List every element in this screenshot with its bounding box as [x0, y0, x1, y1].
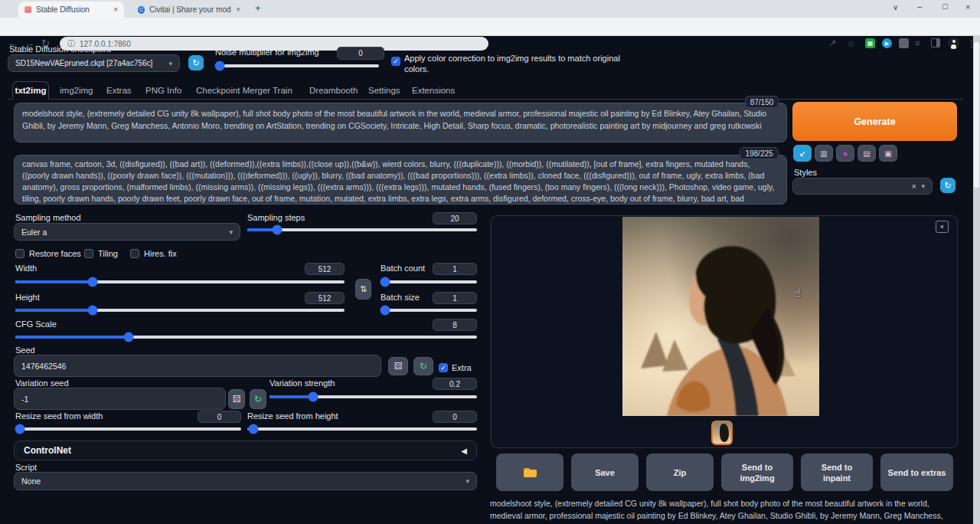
checkpoint-value: SD15NewVAEpruned.ckpt [27a4ac756c] — [15, 59, 152, 67]
sampling-steps-slider[interactable] — [247, 228, 477, 231]
random-variation-seed-button[interactable]: ⚄ — [228, 389, 245, 409]
extension-blue-icon[interactable]: ▶ — [882, 38, 892, 48]
window-chevron-icon[interactable]: ∨ — [893, 3, 898, 11]
variation-strength-value[interactable]: 0.2 — [433, 378, 477, 390]
batch-size-slider[interactable] — [381, 309, 477, 312]
send-to-inpaint-button[interactable]: Send to inpaint — [801, 454, 873, 491]
sampling-steps-value[interactable]: 20 — [433, 212, 477, 224]
sampling-method-label: Sampling method — [15, 213, 81, 222]
checkpoint-dropdown[interactable]: SD15NewVAEpruned.ckpt [27a4ac756c] ▾ — [8, 54, 180, 72]
tab-txt2img[interactable]: txt2img — [12, 81, 49, 100]
variation-strength-slider[interactable] — [270, 395, 477, 398]
negative-prompt-textarea[interactable]: canvas frame, cartoon, 3d, ((disfigured)… — [14, 155, 787, 205]
send-to-extras-button[interactable]: Send to extras — [880, 454, 953, 491]
cfg-scale-slider[interactable] — [15, 336, 477, 339]
profile-avatar[interactable] — [948, 38, 959, 49]
tiling-checkbox[interactable] — [84, 249, 93, 258]
hires-fix-checkbox[interactable] — [130, 249, 139, 258]
tab-settings[interactable]: Settings — [368, 86, 400, 95]
swap-dimensions-button[interactable]: ⇅ — [355, 279, 371, 300]
cfg-scale-value[interactable]: 8 — [433, 319, 477, 331]
browser-tab-stable-diffusion[interactable]: Stable Diffusion × — [18, 2, 124, 18]
window-restore-icon[interactable]: ▢ — [942, 2, 949, 10]
slider-knob[interactable] — [249, 424, 259, 434]
generation-info-text: modelshoot style, (extremely detailed CG… — [490, 498, 959, 524]
scrollbar-thumb[interactable] — [974, 42, 979, 188]
slider-knob[interactable] — [88, 277, 98, 287]
reuse-seed-button[interactable]: ↻ — [413, 357, 433, 375]
bookmark-star-icon[interactable]: ☆ — [847, 38, 855, 49]
batch-count-value[interactable]: 1 — [433, 263, 477, 275]
tab-extensions[interactable]: Extensions — [412, 86, 455, 95]
tab-close-icon[interactable]: × — [236, 5, 240, 14]
batch-size-value[interactable]: 1 — [433, 292, 477, 304]
window-close-icon[interactable]: × — [965, 2, 970, 11]
controlnet-accordion[interactable]: ControlNet ◀ — [14, 440, 477, 460]
tab-extras[interactable]: Extras — [106, 86, 132, 95]
prompt-textarea[interactable]: modelshoot style, (extremely detailed CG… — [14, 103, 787, 142]
sampling-method-dropdown[interactable]: Euler a ▾ — [14, 223, 240, 241]
open-folder-button[interactable] — [496, 454, 564, 491]
slider-knob[interactable] — [381, 277, 390, 287]
generated-image[interactable] — [622, 217, 819, 416]
tab-checkpoint-merger[interactable]: Checkpoint Merger — [196, 86, 270, 95]
slider-knob[interactable] — [308, 392, 318, 402]
color-correction-checkbox[interactable]: ✓ — [391, 57, 400, 66]
reading-list-icon[interactable]: ≡ — [915, 38, 920, 47]
resize-seed-height-value[interactable]: 0 — [433, 411, 477, 423]
side-panel-icon[interactable] — [931, 38, 940, 47]
restore-faces-checkbox[interactable] — [15, 249, 24, 258]
new-tab-button[interactable]: + — [255, 2, 261, 14]
page-scrollbar[interactable] — [973, 36, 980, 524]
clear-prompt-button[interactable]: ▥ — [815, 145, 833, 162]
width-slider[interactable] — [15, 280, 345, 283]
read-params-button[interactable]: ↙ — [793, 145, 812, 162]
variation-seed-input[interactable]: -1 — [14, 388, 226, 410]
tiling-label: Tiling — [98, 249, 118, 258]
random-seed-button[interactable]: ⚄ — [388, 357, 408, 375]
height-slider[interactable] — [15, 309, 345, 312]
resize-seed-width-slider[interactable] — [15, 427, 241, 431]
slider-knob[interactable] — [15, 424, 25, 434]
tab-png-info[interactable]: PNG Info — [145, 86, 181, 95]
send-to-img2img-button[interactable]: Send to img2img — [721, 454, 793, 491]
zip-button[interactable]: Zip — [646, 454, 714, 491]
reuse-variation-seed-button[interactable]: ↻ — [250, 389, 266, 409]
refresh-checkpoint-button[interactable]: ↻ — [188, 55, 204, 70]
noise-multiplier-value[interactable]: 0 — [337, 47, 384, 60]
width-value[interactable]: 512 — [305, 263, 345, 275]
browser-tab-civitai[interactable]: C Civitai | Share your models × — [132, 2, 247, 18]
extensions-puzzle-icon[interactable] — [899, 38, 909, 48]
clear-styles-icon[interactable]: × — [912, 182, 916, 191]
tab-dreambooth[interactable]: Dreambooth — [309, 86, 358, 95]
window-minimize-icon[interactable]: – — [917, 2, 922, 11]
slider-knob[interactable] — [381, 306, 390, 316]
height-value[interactable]: 512 — [305, 292, 345, 304]
noise-multiplier-slider[interactable] — [215, 64, 379, 67]
extra-seed-checkbox[interactable]: ✓ — [439, 363, 448, 372]
seed-input[interactable]: 1476462546 — [14, 355, 381, 377]
apply-style-button[interactable]: ▤ — [858, 145, 876, 162]
share-icon[interactable]: ↗ — [829, 38, 836, 48]
save-style-button[interactable]: ▣ — [879, 145, 897, 162]
resize-seed-height-slider[interactable] — [247, 427, 477, 431]
extension-green-icon[interactable]: ▦ — [865, 38, 875, 48]
slider-knob[interactable] — [273, 225, 283, 235]
generate-button[interactable]: Generate — [792, 102, 957, 141]
gallery-thumbnail[interactable] — [711, 421, 733, 445]
tab-close-icon[interactable]: × — [113, 5, 118, 14]
portrait-artwork — [622, 217, 819, 416]
extra-networks-button[interactable]: ● — [836, 145, 854, 162]
save-button[interactable]: Save — [571, 454, 639, 491]
close-gallery-button[interactable]: × — [936, 221, 949, 233]
resize-seed-width-value[interactable]: 0 — [198, 411, 241, 423]
slider-knob[interactable] — [88, 306, 98, 316]
batch-count-slider[interactable] — [381, 280, 477, 283]
refresh-styles-button[interactable]: ↻ — [940, 178, 956, 193]
styles-dropdown[interactable]: × ▾ — [792, 178, 933, 195]
script-dropdown[interactable]: None ▾ — [14, 472, 477, 490]
slider-knob[interactable] — [215, 61, 225, 71]
slider-knob[interactable] — [123, 332, 133, 342]
tab-train[interactable]: Train — [273, 86, 292, 95]
tab-img2img[interactable]: img2img — [60, 86, 93, 95]
